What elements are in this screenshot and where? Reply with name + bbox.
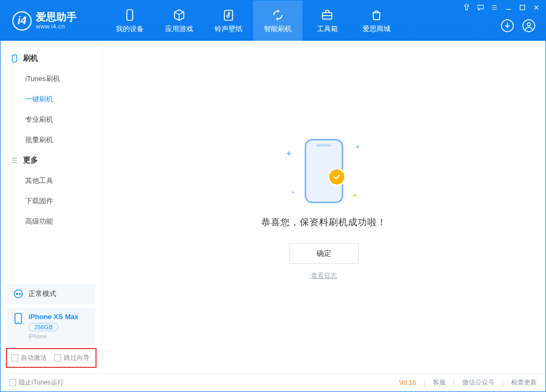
tab-my-device[interactable]: 我的设备 <box>105 1 154 41</box>
tab-label: 应用游戏 <box>165 24 193 34</box>
highlighted-options: 自动激活 跳过向导 <box>6 348 97 368</box>
header-tabs: 我的设备 应用游戏 铃声壁纸 智能刷机 工具箱 爱思商城 <box>105 1 401 41</box>
section-title: 更多 <box>23 156 38 165</box>
tab-apps[interactable]: 应用游戏 <box>154 1 204 41</box>
checkbox-icon <box>11 354 18 361</box>
phone-outline-icon <box>10 54 19 63</box>
tab-label: 智能刷机 <box>264 24 292 34</box>
checkbox-icon <box>9 379 16 386</box>
footer-link-wechat[interactable]: 微信公众号 <box>462 378 495 387</box>
mode-card[interactable]: 正常模式 <box>7 284 95 304</box>
check-block-itunes[interactable]: 阻止iTunes运行 <box>9 378 64 387</box>
check-label: 自动激活 <box>21 353 47 363</box>
tab-label: 铃声壁纸 <box>215 24 242 34</box>
device-name: iPhone XS Max <box>28 313 78 321</box>
sidebar-item-other-tools[interactable]: 其他工具 <box>1 171 102 191</box>
tab-ringtone[interactable]: 铃声壁纸 <box>204 1 253 41</box>
device-info: iPhone XS Max 256GB iPhone <box>28 313 78 339</box>
body: 刷机 iTunes刷机 一键刷机 专业刷机 批量刷机 更多 其他工具 下载固件 … <box>1 41 545 373</box>
refresh-icon <box>271 8 285 22</box>
sidebar: 刷机 iTunes刷机 一键刷机 专业刷机 批量刷机 更多 其他工具 下载固件 … <box>1 41 102 373</box>
svg-point-9 <box>14 290 23 298</box>
check-skip-guide[interactable]: 跳过向导 <box>54 353 90 363</box>
svg-rect-0 <box>127 10 133 20</box>
download-icon[interactable] <box>500 19 514 34</box>
skin-icon[interactable] <box>463 4 470 13</box>
svg-rect-8 <box>12 55 17 62</box>
sparkle-icon: ✦ <box>285 149 292 159</box>
device-card[interactable]: iPhone XS Max 256GB iPhone <box>7 307 95 345</box>
footer: 阻止iTunes运行 V8.16 | 客服 | 微信公众号 | 检查更新 <box>1 373 545 391</box>
toolbox-icon <box>320 8 334 22</box>
sparkle-icon <box>353 194 356 197</box>
device-icon <box>123 8 137 22</box>
bag-icon <box>370 8 383 22</box>
success-illustration: ✦ ✦ <box>276 134 372 209</box>
mode-label: 正常模式 <box>28 289 56 299</box>
svg-point-7 <box>527 23 530 26</box>
phone-icon <box>13 313 23 324</box>
feedback-icon[interactable] <box>477 4 484 13</box>
header-right-icons <box>500 19 536 34</box>
sidebar-item-itunes-flash[interactable]: iTunes刷机 <box>1 69 102 89</box>
header: i4 爱思助手 www.i4.cn 我的设备 应用游戏 铃声壁纸 智能 <box>1 1 545 41</box>
svg-rect-3 <box>478 5 484 9</box>
check-auto-activate[interactable]: 自动激活 <box>11 353 47 363</box>
close-icon[interactable] <box>533 4 540 13</box>
cube-icon <box>172 8 186 22</box>
sidebar-section-flash: 刷机 <box>1 48 102 69</box>
mode-icon <box>13 289 23 299</box>
view-log-link[interactable]: 查看日志 <box>311 271 337 280</box>
window-controls <box>463 4 540 13</box>
svg-point-13 <box>18 322 19 323</box>
logo-icon: i4 <box>12 11 32 31</box>
version-label: V8.16 <box>399 379 416 387</box>
footer-link-update[interactable]: 检查更新 <box>511 378 537 387</box>
tab-label: 我的设备 <box>116 24 144 34</box>
device-storage: 256GB <box>28 323 58 331</box>
user-icon[interactable] <box>522 19 536 34</box>
tab-toolbox[interactable]: 工具箱 <box>302 1 352 41</box>
tab-store[interactable]: 爱思商城 <box>352 1 401 41</box>
minimize-icon[interactable] <box>505 4 512 13</box>
menu-icon[interactable] <box>491 4 498 13</box>
sparkle-icon: ✦ <box>355 143 360 151</box>
checkbox-icon <box>54 354 61 361</box>
sidebar-item-batch-flash[interactable]: 批量刷机 <box>1 130 102 150</box>
tab-label: 工具箱 <box>317 24 338 34</box>
tab-label: 爱思商城 <box>363 24 390 34</box>
sidebar-item-download-fw[interactable]: 下载固件 <box>1 191 102 211</box>
maximize-icon[interactable] <box>519 4 526 13</box>
logo-area: i4 爱思助手 www.i4.cn <box>1 1 105 41</box>
app-window: i4 爱思助手 www.i4.cn 我的设备 应用游戏 铃声壁纸 智能 <box>0 0 546 392</box>
device-type: iPhone <box>28 333 78 339</box>
svg-point-10 <box>16 293 18 295</box>
svg-point-11 <box>19 293 21 295</box>
sidebar-item-pro-flash[interactable]: 专业刷机 <box>1 109 102 130</box>
tab-flash[interactable]: 智能刷机 <box>253 1 302 41</box>
list-icon <box>10 156 19 165</box>
sidebar-device-area: 正常模式 iPhone XS Max 256GB iPhone 自动激活 <box>1 280 102 373</box>
ok-button[interactable]: 确定 <box>289 243 359 264</box>
success-check-icon <box>328 168 346 186</box>
success-message: 恭喜您，保资料刷机成功啦！ <box>261 216 387 228</box>
app-site: www.i4.cn <box>36 23 77 29</box>
sidebar-item-advanced[interactable]: 高级功能 <box>1 211 102 232</box>
check-label: 跳过向导 <box>64 353 90 363</box>
section-title: 刷机 <box>23 54 38 63</box>
sparkle-icon <box>292 191 294 194</box>
note-icon <box>222 8 235 22</box>
content-area: ✦ ✦ 恭喜您，保资料刷机成功啦！ 确定 查看日志 <box>102 41 545 373</box>
sidebar-item-onekey-flash[interactable]: 一键刷机 <box>1 89 102 109</box>
footer-link-support[interactable]: 客服 <box>433 378 446 387</box>
svg-rect-4 <box>520 5 525 10</box>
check-label: 阻止iTunes运行 <box>19 378 64 387</box>
sidebar-section-more: 更多 <box>1 150 102 171</box>
app-name: 爱思助手 <box>36 12 77 23</box>
